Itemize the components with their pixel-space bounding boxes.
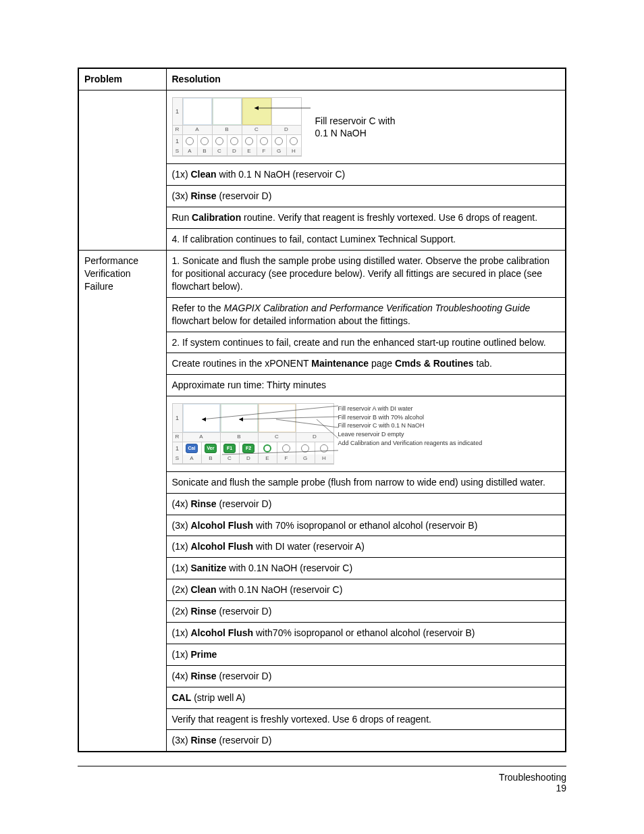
table-cell: 1. Sonicate and flush the sample probe u… [166, 251, 566, 298]
diagram-reservoir-block-1: 1 RABCD 1 SABCDEFGH Fill reservoir C wit… [172, 95, 560, 160]
col-header-problem: Problem [78, 68, 166, 90]
row-label-well-num: 1 [173, 135, 183, 147]
reservoir-label-B: B [213, 126, 242, 134]
well-label-H: H [315, 454, 333, 463]
reservoir-label-B: B [221, 433, 259, 442]
well-label-D: D [240, 454, 259, 463]
reservoir-B [221, 404, 259, 432]
diagram2-callout-4: Add Calibration and Verification reagent… [338, 439, 483, 448]
well-label-E: E [259, 454, 277, 463]
well-badge-f2: F2 [242, 444, 254, 453]
row-label-1: 1 [173, 98, 183, 125]
well-ring-E [263, 444, 271, 452]
well-C [213, 135, 227, 147]
problem-cell-pvf: Performance Verification Failure [78, 251, 166, 752]
well-label-F: F [257, 147, 272, 156]
well-D [227, 135, 242, 147]
diagram2-callout-2: Fill reservoir C with 0.1 N NaOH [338, 421, 483, 430]
well-label-A: A [183, 147, 198, 156]
table-cell: (3x) Rinse (reservoir D) [166, 730, 566, 752]
table-cell: CAL (strip well A) [166, 687, 566, 708]
table-cell: (4x) Rinse (reservoir D) [166, 665, 566, 687]
reservoir-C [242, 98, 272, 125]
footer-page-number: 19 [78, 783, 566, 793]
reservoir-label-C: C [242, 126, 272, 134]
table-row: Performance Verification Failure 1. Soni… [78, 251, 566, 298]
footer-section: Troubleshooting [499, 772, 566, 783]
well-B [198, 135, 213, 147]
well-label-B: B [202, 454, 221, 463]
table-cell: (3x) Rinse (reservoir D) [166, 186, 566, 207]
reservoir-D [296, 404, 333, 432]
table-cell: Sonicate and flush the sample probe (flu… [166, 471, 566, 493]
well-label-E: E [242, 147, 257, 156]
table-cell: (1x) Clean with 0.1 N NaOH (reservoir C) [166, 164, 566, 186]
table-cell: (2x) Clean with 0.1N NaOH (reservoir C) [166, 579, 566, 601]
diagram-reservoir-block-2: 1 RABCD 1 CalVerF1F2 SABCDEFGH Fill rese… [172, 400, 560, 467]
diagram2-callouts: Fill reservoir A with DI waterFill reser… [338, 403, 483, 447]
table-cell: 1 RABCD 1 CalVerF1F2 SABCDEFGH Fill rese… [166, 396, 566, 472]
reservoir-D [272, 98, 301, 125]
well-label-F: F [277, 454, 296, 463]
reservoir-label-D: D [272, 126, 301, 134]
problem-cell-continuation [78, 90, 166, 250]
reservoir-label-D: D [296, 433, 333, 442]
well-B: Ver [202, 442, 221, 454]
table-cell: Refer to the MAGPIX Calibration and Perf… [166, 297, 566, 332]
well-label-B: B [198, 147, 213, 156]
table-cell: (2x) Rinse (reservoir D) [166, 601, 566, 623]
well-A: Cal [183, 442, 202, 454]
reservoir-label-A: A [183, 433, 221, 442]
troubleshooting-table: Problem Resolution 1 RABCD 1 SABCDEFGH F… [78, 68, 566, 752]
well-D: F2 [240, 442, 259, 454]
reservoir-A [183, 98, 213, 125]
table-cell: Run Calibration routine. Verify that rea… [166, 207, 566, 229]
well-F [277, 442, 296, 454]
table-cell: (1x) Prime [166, 644, 566, 665]
well-H [287, 135, 301, 147]
reservoir-A [183, 404, 221, 432]
table-cell: 4. If calibration continues to fail, con… [166, 229, 566, 251]
col-header-resolution: Resolution [166, 68, 566, 90]
table-row: 1 RABCD 1 SABCDEFGH Fill reservoir C wit… [78, 90, 566, 164]
well-badge-ver: Ver [205, 444, 217, 453]
table-cell: (4x) Rinse (reservoir D) [166, 493, 566, 515]
reservoir-label-A: A [183, 126, 213, 134]
reservoir-C [259, 404, 296, 432]
row-label-1: 1 [173, 404, 183, 432]
table-cell: 2. If system continues to fail, create a… [166, 332, 566, 353]
table-cell: Approximate run time: Thirty minutes [166, 375, 566, 396]
well-G [272, 135, 287, 147]
well-E [259, 442, 277, 454]
table-cell: (3x) Alcohol Flush with 70% isopropanol … [166, 515, 566, 536]
well-label-C: C [221, 454, 240, 463]
well-label-G: G [272, 147, 287, 156]
well-badge-f1: F1 [223, 444, 236, 453]
well-F [257, 135, 272, 147]
well-H [315, 442, 333, 454]
well-E [242, 135, 257, 147]
well-label-D: D [227, 147, 242, 156]
table-cell: Create routines in the xPONENT Maintenan… [166, 353, 566, 375]
table-cell: (1x) Sanitize with 0.1N NaOH (reservoir … [166, 558, 566, 579]
diagram2-callout-1: Fill reservoir B with 70% alcohol [338, 413, 483, 422]
well-A [183, 135, 198, 147]
well-label-A: A [183, 454, 202, 463]
table-cell: (1x) Alcohol Flush with DI water (reserv… [166, 536, 566, 558]
table-cell: Verify that reagent is freshly vortexed.… [166, 708, 566, 730]
reservoir-B [213, 98, 242, 125]
diagram1-callout: Fill reservoir C with 0.1 N NaOH [315, 115, 396, 139]
well-label-G: G [296, 454, 315, 463]
table-cell: (1x) Alcohol Flush with70% isopropanol o… [166, 623, 566, 644]
well-badge-cal: Cal [186, 444, 198, 453]
diagram2-callout-3: Leave reservoir D empty [338, 430, 483, 439]
table-cell: 1 RABCD 1 SABCDEFGH Fill reservoir C wit… [166, 90, 566, 164]
page-footer: Troubleshooting 19 [78, 766, 566, 793]
well-label-H: H [287, 147, 301, 156]
reservoir-label-C: C [259, 433, 296, 442]
diagram2-callout-0: Fill reservoir A with DI water [338, 405, 483, 413]
well-G [296, 442, 315, 454]
well-label-C: C [213, 147, 227, 156]
row-label-well-num: 1 [173, 442, 183, 454]
well-C: F1 [221, 442, 240, 454]
